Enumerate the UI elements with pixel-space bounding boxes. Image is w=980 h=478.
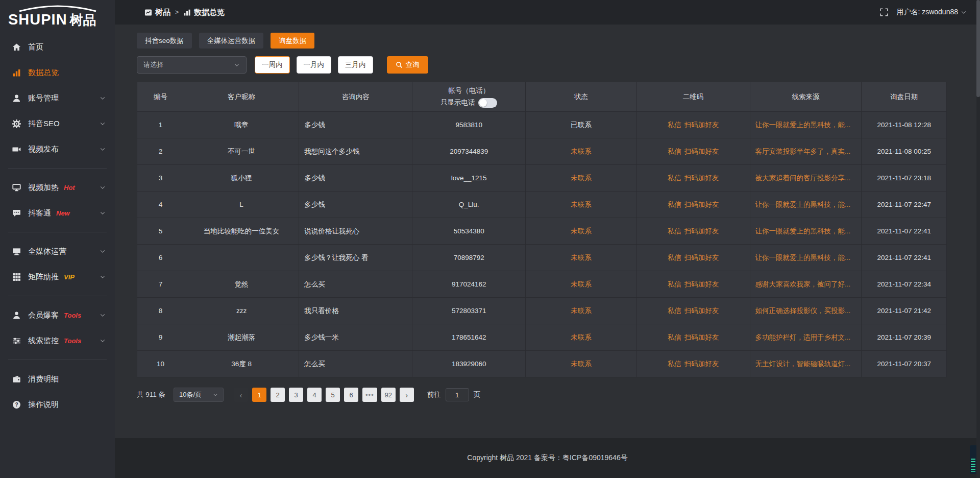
qr-link[interactable]: 私信 (668, 201, 681, 208)
corner-widget[interactable] (970, 445, 976, 474)
logo-cn: 树品 (70, 12, 96, 28)
cell-nickname: 觉然 (184, 271, 299, 298)
source-link[interactable]: 如何正确选择投影仪，买投影... (755, 306, 856, 316)
fullscreen-icon[interactable] (880, 8, 888, 16)
source-link[interactable]: 多功能护栏灯，适用于乡村文... (755, 333, 856, 342)
qr-link[interactable]: 扫码加好友 (684, 280, 719, 288)
page-size-value: 10条/页 (179, 390, 202, 399)
page-button[interactable]: 2 (271, 388, 285, 402)
qr-link[interactable]: 私信 (668, 360, 681, 368)
qr-link[interactable]: 扫码加好友 (684, 360, 719, 368)
cell-content: 多少钱一米 (299, 324, 412, 351)
qr-link[interactable]: 私信 (668, 148, 681, 155)
sidebar-item[interactable]: 数据总览 (0, 60, 115, 85)
sidebar-item[interactable]: 抖音SEO (0, 111, 115, 136)
cell-qr: 私信扫码加好友 (636, 192, 750, 218)
qr-link[interactable]: 私信 (668, 227, 681, 235)
sidebar-item[interactable]: 线索监控Tools (0, 328, 115, 353)
tab-douyin-seo-data[interactable]: 抖音seo数据 (137, 33, 192, 49)
cell-content: 我想问这个多少钱 (299, 138, 412, 165)
sidebar-item-label: 首页 (28, 42, 43, 52)
phone-only-toggle[interactable] (478, 98, 497, 108)
qr-link[interactable]: 私信 (668, 307, 681, 315)
page-button[interactable]: 92 (381, 388, 396, 402)
username-menu[interactable]: 用户名: zswodun88 (896, 8, 967, 17)
column-header: 咨询内容 (299, 82, 412, 112)
prev-page-button[interactable]: ‹ (234, 388, 248, 402)
qr-link[interactable]: 扫码加好友 (684, 333, 719, 341)
filter-select[interactable]: 请选择 (137, 56, 247, 74)
grid-icon (12, 273, 21, 281)
column-header: 编号 (137, 82, 184, 112)
sidebar-item[interactable]: 视频加热Hot (0, 175, 115, 200)
source-link[interactable]: 让你一眼就爱上的黑科技，能... (755, 227, 856, 236)
goto-suffix: 页 (474, 390, 481, 399)
qr-link[interactable]: 私信 (668, 121, 681, 129)
range-button[interactable]: 三月内 (338, 56, 373, 74)
qr-link[interactable]: 私信 (668, 280, 681, 288)
sidebar-item[interactable]: 视频发布 (0, 136, 115, 162)
source-link[interactable]: 让你一眼就爱上的黑科技，能... (755, 200, 856, 209)
tab-inquiry-data[interactable]: 询盘数据 (271, 33, 314, 49)
source-link[interactable]: 无主灯设计，智能磁吸轨道灯... (755, 360, 856, 369)
qr-link[interactable]: 扫码加好友 (684, 121, 719, 129)
page-ellipsis[interactable]: ••• (362, 388, 377, 402)
cell-status: 已联系 (526, 112, 636, 138)
range-button[interactable]: 一周内 (255, 56, 290, 74)
page-button[interactable]: 6 (344, 388, 358, 402)
cell-id: 2 (137, 138, 184, 165)
cell-nickname: zzz (184, 298, 299, 324)
breadcrumb-item[interactable]: 数据总览 (183, 8, 225, 17)
qr-link[interactable]: 私信 (668, 254, 681, 261)
scrollbar[interactable] (976, 0, 980, 478)
sidebar-divider (8, 296, 107, 296)
qr-link[interactable]: 扫码加好友 (684, 201, 719, 208)
cell-account: Q_Liu. (412, 192, 526, 218)
chevron-down-icon (213, 392, 218, 397)
sidebar-item-label: 消费明细 (28, 374, 59, 384)
username-label: 用户名: zswodun88 (896, 8, 958, 17)
range-button[interactable]: 一月内 (297, 56, 332, 74)
qr-link[interactable]: 扫码加好友 (684, 148, 719, 155)
qr-link[interactable]: 扫码加好友 (684, 174, 719, 182)
qr-link[interactable]: 扫码加好友 (684, 254, 719, 261)
source-link[interactable]: 感谢大家喜欢我家，被问了好... (755, 280, 856, 289)
cell-qr: 私信扫码加好友 (636, 298, 750, 324)
sidebar-item[interactable]: 抖客通New (0, 200, 115, 226)
cell-source: 多功能护栏灯，适用于乡村文... (750, 324, 862, 351)
source-link[interactable]: 客厅安装投影半年多了，真实... (755, 147, 856, 156)
sidebar-item[interactable]: 矩阵助推VIP (0, 264, 115, 290)
qr-link[interactable]: 私信 (668, 333, 681, 341)
sidebar-item[interactable]: 全媒体运营 (0, 238, 115, 264)
breadcrumb-item[interactable]: 树品 (144, 8, 170, 17)
sidebar: SHUPIN树品 首页数据总览账号管理抖音SEO视频发布视频加热Hot抖客通Ne… (0, 0, 115, 478)
chevron-down-icon (100, 146, 106, 152)
cell-date: 2021-11-08 12:28 (862, 112, 947, 138)
status-badge: 未联系 (571, 174, 592, 182)
sidebar-item[interactable]: 账号管理 (0, 85, 115, 111)
sidebar-item[interactable]: 首页 (0, 34, 115, 60)
tab-media-operation-data[interactable]: 全媒体运营数据 (199, 33, 264, 49)
query-button[interactable]: 查询 (387, 56, 428, 74)
next-page-button[interactable]: › (400, 388, 414, 402)
sidebar-divider (8, 232, 107, 232)
qr-link[interactable]: 扫码加好友 (684, 227, 719, 235)
source-link[interactable]: 让你一眼就爱上的黑科技，能... (755, 121, 856, 130)
sidebar-item[interactable]: ?操作说明 (0, 392, 115, 417)
page-size-select[interactable]: 10条/页 (174, 388, 224, 402)
page-button[interactable]: 4 (307, 388, 322, 402)
scrollbar-thumb[interactable] (976, 0, 980, 97)
wallet-icon (12, 375, 21, 384)
sidebar-item-badge: Hot (64, 184, 75, 192)
goto-page-input[interactable] (446, 388, 469, 401)
page-button[interactable]: 5 (326, 388, 340, 402)
table-row: 3狐小狸多少钱love__1215未联系私信扫码加好友被大家追着问的客厅投影分享… (137, 165, 947, 192)
sidebar-item[interactable]: 消费明细 (0, 366, 115, 392)
page-button[interactable]: 3 (289, 388, 303, 402)
qr-link[interactable]: 扫码加好友 (684, 307, 719, 315)
qr-link[interactable]: 私信 (668, 174, 681, 182)
source-link[interactable]: 被大家追着问的客厅投影分享... (755, 174, 856, 183)
sidebar-item[interactable]: 会员爆客Tools (0, 302, 115, 328)
page-button[interactable]: 1 (252, 388, 266, 402)
source-link[interactable]: 让你一眼就爱上的黑科技，能... (755, 253, 856, 262)
